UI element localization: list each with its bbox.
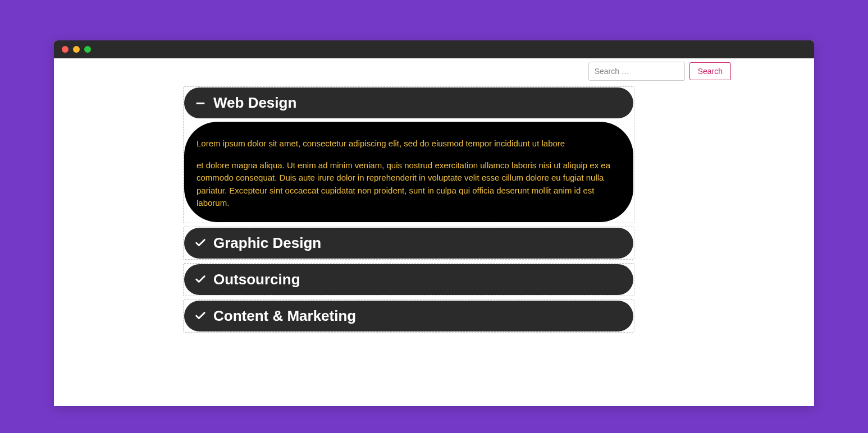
check-icon xyxy=(194,237,207,249)
accordion-title: Content & Marketing xyxy=(213,307,356,325)
window-minimize-icon[interactable] xyxy=(73,46,80,53)
search-button[interactable]: Search xyxy=(689,62,731,80)
search-bar: Search xyxy=(54,62,814,86)
accordion-item-web-design: Web Design Lorem ipsum dolor sit amet, c… xyxy=(183,86,634,223)
accordion: Web Design Lorem ipsum dolor sit amet, c… xyxy=(183,86,634,333)
check-icon xyxy=(194,310,207,322)
accordion-header-web-design[interactable]: Web Design xyxy=(184,87,633,118)
accordion-item-content-marketing: Content & Marketing xyxy=(183,300,634,333)
page-content: Search Web Design Lorem ipsum dolor sit … xyxy=(54,58,814,406)
window-titlebar xyxy=(54,40,814,58)
accordion-body-paragraph: et dolore magna aliqua. Ut enim ad minim… xyxy=(197,159,621,210)
accordion-title: Outsourcing xyxy=(213,271,300,288)
accordion-header-graphic-design[interactable]: Graphic Design xyxy=(184,228,633,259)
accordion-item-outsourcing: Outsourcing xyxy=(183,263,634,296)
window-close-icon[interactable] xyxy=(62,46,68,53)
accordion-header-outsourcing[interactable]: Outsourcing xyxy=(184,264,633,295)
accordion-title: Graphic Design xyxy=(213,234,321,252)
window-maximize-icon[interactable] xyxy=(84,46,91,53)
accordion-header-content-marketing[interactable]: Content & Marketing xyxy=(184,301,633,331)
minus-icon xyxy=(194,97,207,109)
accordion-item-graphic-design: Graphic Design xyxy=(183,227,634,260)
accordion-body-paragraph: Lorem ipsum dolor sit amet, consectetur … xyxy=(197,137,621,150)
browser-window: Search Web Design Lorem ipsum dolor sit … xyxy=(54,40,814,406)
search-input[interactable] xyxy=(588,62,685,81)
check-icon xyxy=(194,273,207,285)
accordion-title: Web Design xyxy=(213,94,296,112)
accordion-body-web-design: Lorem ipsum dolor sit amet, consectetur … xyxy=(184,122,633,222)
